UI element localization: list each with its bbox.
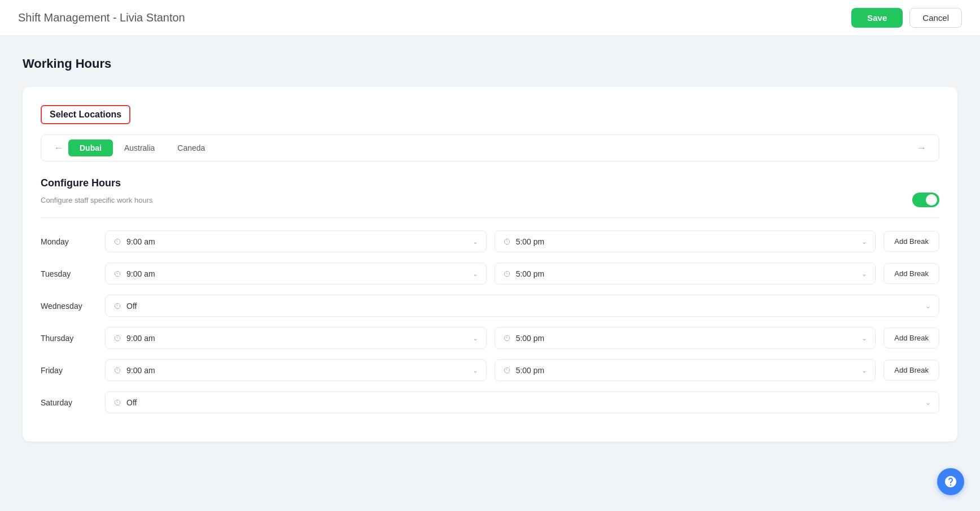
tuesday-end-value: 5:00 pm xyxy=(516,269,858,278)
saturday-start-value: Off xyxy=(126,398,921,407)
thursday-add-break-button[interactable]: Add Break xyxy=(883,327,939,348)
clock-icon: ⏲ xyxy=(113,365,122,375)
chevron-down-icon: ⌄ xyxy=(473,238,478,246)
thursday-end-time[interactable]: ⏲ 5:00 pm ⌄ xyxy=(495,327,876,349)
tuesday-start-time[interactable]: ⏲ 9:00 am ⌄ xyxy=(105,263,487,285)
day-label-friday: Friday xyxy=(41,366,97,375)
schedule-row-thursday: Thursday ⏲ 9:00 am ⌄ ⏲ 5:00 pm ⌄ Add Bre… xyxy=(41,327,939,349)
clock-icon: ⏲ xyxy=(113,333,122,343)
clock-icon: ⏲ xyxy=(503,365,511,375)
schedule-row-wednesday: Wednesday ⏲ Off ⌄ xyxy=(41,295,939,317)
divider xyxy=(41,217,939,218)
friday-add-break-button[interactable]: Add Break xyxy=(883,360,939,381)
chevron-down-icon: ⌄ xyxy=(861,334,867,342)
header-subtitle: Livia Stanton xyxy=(120,11,185,24)
thursday-start-time[interactable]: ⏲ 9:00 am ⌄ xyxy=(105,327,487,349)
header: Shift Management - Livia Stanton Save Ca… xyxy=(0,0,980,36)
day-label-saturday: Saturday xyxy=(41,398,97,407)
monday-end-time[interactable]: ⏲ 5:00 pm ⌄ xyxy=(495,230,876,252)
configure-hours-desc-row: Configure staff specific work hours xyxy=(41,193,939,207)
page-heading: Shift Management - Livia Stanton xyxy=(18,11,185,24)
thursday-start-value: 9:00 am xyxy=(126,334,468,343)
page-title: Working Hours xyxy=(23,56,957,71)
friday-start-value: 9:00 am xyxy=(126,366,468,375)
main-content: Working Hours Select Locations ← Dubai A… xyxy=(0,36,980,462)
configure-hours-toggle[interactable] xyxy=(912,193,939,207)
clock-icon: ⏲ xyxy=(113,269,122,278)
day-label-monday: Monday xyxy=(41,237,97,246)
configure-hours-description: Configure staff specific work hours xyxy=(41,196,152,204)
schedule-row-tuesday: Tuesday ⏲ 9:00 am ⌄ ⏲ 5:00 pm ⌄ Add Brea… xyxy=(41,263,939,285)
clock-icon: ⏲ xyxy=(503,333,511,343)
monday-end-value: 5:00 pm xyxy=(516,237,858,246)
help-button[interactable] xyxy=(937,468,964,495)
toggle-slider xyxy=(912,193,939,207)
friday-end-time[interactable]: ⏲ 5:00 pm ⌄ xyxy=(495,359,876,381)
schedule-row-monday: Monday ⏲ 9:00 am ⌄ ⏲ 5:00 pm ⌄ Add Break xyxy=(41,230,939,252)
clock-icon: ⏲ xyxy=(503,269,511,278)
day-label-wednesday: Wednesday xyxy=(41,302,97,311)
chevron-down-icon: ⌄ xyxy=(473,270,478,278)
clock-icon: ⏲ xyxy=(503,237,511,246)
thursday-end-value: 5:00 pm xyxy=(516,334,858,343)
select-locations-label: Select Locations xyxy=(41,105,130,124)
configure-hours-title: Configure Hours xyxy=(41,177,939,189)
wednesday-start-value: Off xyxy=(126,302,921,311)
chevron-down-icon: ⌄ xyxy=(925,399,931,407)
tabs-next-arrow[interactable]: → xyxy=(912,140,931,156)
monday-start-time[interactable]: ⏲ 9:00 am ⌄ xyxy=(105,230,487,252)
card: Select Locations ← Dubai Australia Caned… xyxy=(23,87,957,442)
monday-start-value: 9:00 am xyxy=(126,237,468,246)
friday-start-time[interactable]: ⏲ 9:00 am ⌄ xyxy=(105,359,487,381)
tuesday-start-value: 9:00 am xyxy=(126,269,468,278)
location-tabs-row: ← Dubai Australia Caneda → xyxy=(41,134,939,161)
chevron-down-icon: ⌄ xyxy=(861,366,867,374)
app-title: Shift Management xyxy=(18,11,110,24)
location-tab-caneda[interactable]: Caneda xyxy=(166,139,216,156)
cancel-button[interactable]: Cancel xyxy=(909,8,962,28)
wednesday-start-time[interactable]: ⏲ Off ⌄ xyxy=(105,295,939,317)
chevron-down-icon: ⌄ xyxy=(473,366,478,374)
chevron-down-icon: ⌄ xyxy=(473,334,478,342)
chevron-down-icon: ⌄ xyxy=(861,270,867,278)
save-button[interactable]: Save xyxy=(851,8,903,28)
saturday-start-time[interactable]: ⏲ Off ⌄ xyxy=(105,391,939,413)
day-label-thursday: Thursday xyxy=(41,334,97,343)
chevron-down-icon: ⌄ xyxy=(861,238,867,246)
header-actions: Save Cancel xyxy=(851,8,962,28)
clock-icon: ⏲ xyxy=(113,237,122,246)
chevron-down-icon: ⌄ xyxy=(925,302,931,310)
location-tab-australia[interactable]: Australia xyxy=(113,139,166,156)
day-label-tuesday: Tuesday xyxy=(41,269,97,278)
schedule-row-friday: Friday ⏲ 9:00 am ⌄ ⏲ 5:00 pm ⌄ Add Break xyxy=(41,359,939,381)
tabs-prev-arrow[interactable]: ← xyxy=(49,140,68,156)
clock-icon: ⏲ xyxy=(113,301,122,311)
schedule-row-saturday: Saturday ⏲ Off ⌄ xyxy=(41,391,939,413)
location-tab-dubai[interactable]: Dubai xyxy=(68,139,113,156)
clock-icon: ⏲ xyxy=(113,398,122,407)
monday-add-break-button[interactable]: Add Break xyxy=(883,231,939,252)
friday-end-value: 5:00 pm xyxy=(516,366,858,375)
tuesday-end-time[interactable]: ⏲ 5:00 pm ⌄ xyxy=(495,263,876,285)
header-separator: - xyxy=(113,11,120,24)
tuesday-add-break-button[interactable]: Add Break xyxy=(883,263,939,284)
help-icon xyxy=(944,475,957,488)
